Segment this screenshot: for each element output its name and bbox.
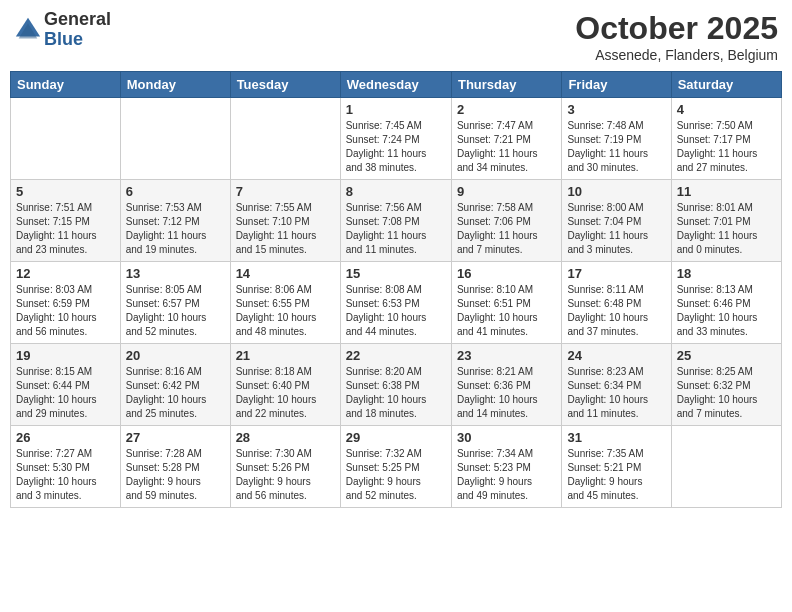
day-info: Sunrise: 7:32 AM Sunset: 5:25 PM Dayligh… <box>346 447 446 503</box>
day-info: Sunrise: 7:51 AM Sunset: 7:15 PM Dayligh… <box>16 201 115 257</box>
day-number: 13 <box>126 266 225 281</box>
day-number: 1 <box>346 102 446 117</box>
calendar-cell: 6Sunrise: 7:53 AM Sunset: 7:12 PM Daylig… <box>120 180 230 262</box>
day-info: Sunrise: 8:05 AM Sunset: 6:57 PM Dayligh… <box>126 283 225 339</box>
day-info: Sunrise: 7:56 AM Sunset: 7:08 PM Dayligh… <box>346 201 446 257</box>
day-number: 19 <box>16 348 115 363</box>
calendar-cell <box>120 98 230 180</box>
day-number: 21 <box>236 348 335 363</box>
calendar-cell <box>11 98 121 180</box>
day-number: 2 <box>457 102 556 117</box>
calendar-cell: 15Sunrise: 8:08 AM Sunset: 6:53 PM Dayli… <box>340 262 451 344</box>
calendar-cell: 5Sunrise: 7:51 AM Sunset: 7:15 PM Daylig… <box>11 180 121 262</box>
calendar-week-row: 1Sunrise: 7:45 AM Sunset: 7:24 PM Daylig… <box>11 98 782 180</box>
logo: General Blue <box>14 10 111 50</box>
day-info: Sunrise: 8:23 AM Sunset: 6:34 PM Dayligh… <box>567 365 665 421</box>
day-number: 23 <box>457 348 556 363</box>
day-number: 4 <box>677 102 776 117</box>
calendar-cell: 19Sunrise: 8:15 AM Sunset: 6:44 PM Dayli… <box>11 344 121 426</box>
calendar-cell: 4Sunrise: 7:50 AM Sunset: 7:17 PM Daylig… <box>671 98 781 180</box>
day-info: Sunrise: 8:03 AM Sunset: 6:59 PM Dayligh… <box>16 283 115 339</box>
title-section: October 2025 Assenede, Flanders, Belgium <box>575 10 778 63</box>
calendar-cell: 2Sunrise: 7:47 AM Sunset: 7:21 PM Daylig… <box>451 98 561 180</box>
day-number: 30 <box>457 430 556 445</box>
day-header-monday: Monday <box>120 72 230 98</box>
day-info: Sunrise: 8:10 AM Sunset: 6:51 PM Dayligh… <box>457 283 556 339</box>
day-header-wednesday: Wednesday <box>340 72 451 98</box>
day-info: Sunrise: 8:18 AM Sunset: 6:40 PM Dayligh… <box>236 365 335 421</box>
day-number: 18 <box>677 266 776 281</box>
page-header: General Blue October 2025 Assenede, Flan… <box>10 10 782 63</box>
day-info: Sunrise: 7:45 AM Sunset: 7:24 PM Dayligh… <box>346 119 446 175</box>
day-number: 5 <box>16 184 115 199</box>
day-info: Sunrise: 8:13 AM Sunset: 6:46 PM Dayligh… <box>677 283 776 339</box>
day-info: Sunrise: 8:00 AM Sunset: 7:04 PM Dayligh… <box>567 201 665 257</box>
logo-icon <box>14 16 42 44</box>
day-header-tuesday: Tuesday <box>230 72 340 98</box>
day-number: 26 <box>16 430 115 445</box>
day-number: 17 <box>567 266 665 281</box>
day-number: 20 <box>126 348 225 363</box>
logo-blue-text: Blue <box>44 30 111 50</box>
day-number: 27 <box>126 430 225 445</box>
day-info: Sunrise: 8:20 AM Sunset: 6:38 PM Dayligh… <box>346 365 446 421</box>
calendar-week-row: 12Sunrise: 8:03 AM Sunset: 6:59 PM Dayli… <box>11 262 782 344</box>
calendar-cell: 9Sunrise: 7:58 AM Sunset: 7:06 PM Daylig… <box>451 180 561 262</box>
day-number: 29 <box>346 430 446 445</box>
calendar-cell: 24Sunrise: 8:23 AM Sunset: 6:34 PM Dayli… <box>562 344 671 426</box>
calendar-cell: 7Sunrise: 7:55 AM Sunset: 7:10 PM Daylig… <box>230 180 340 262</box>
day-info: Sunrise: 7:27 AM Sunset: 5:30 PM Dayligh… <box>16 447 115 503</box>
day-info: Sunrise: 7:55 AM Sunset: 7:10 PM Dayligh… <box>236 201 335 257</box>
day-number: 6 <box>126 184 225 199</box>
calendar-cell: 23Sunrise: 8:21 AM Sunset: 6:36 PM Dayli… <box>451 344 561 426</box>
calendar-cell: 25Sunrise: 8:25 AM Sunset: 6:32 PM Dayli… <box>671 344 781 426</box>
day-number: 15 <box>346 266 446 281</box>
day-info: Sunrise: 7:35 AM Sunset: 5:21 PM Dayligh… <box>567 447 665 503</box>
calendar-cell: 12Sunrise: 8:03 AM Sunset: 6:59 PM Dayli… <box>11 262 121 344</box>
day-info: Sunrise: 8:15 AM Sunset: 6:44 PM Dayligh… <box>16 365 115 421</box>
calendar-cell: 11Sunrise: 8:01 AM Sunset: 7:01 PM Dayli… <box>671 180 781 262</box>
day-number: 28 <box>236 430 335 445</box>
calendar-week-row: 26Sunrise: 7:27 AM Sunset: 5:30 PM Dayli… <box>11 426 782 508</box>
day-info: Sunrise: 7:48 AM Sunset: 7:19 PM Dayligh… <box>567 119 665 175</box>
calendar-cell: 14Sunrise: 8:06 AM Sunset: 6:55 PM Dayli… <box>230 262 340 344</box>
calendar-cell: 10Sunrise: 8:00 AM Sunset: 7:04 PM Dayli… <box>562 180 671 262</box>
calendar-cell: 28Sunrise: 7:30 AM Sunset: 5:26 PM Dayli… <box>230 426 340 508</box>
calendar-cell: 30Sunrise: 7:34 AM Sunset: 5:23 PM Dayli… <box>451 426 561 508</box>
day-info: Sunrise: 7:53 AM Sunset: 7:12 PM Dayligh… <box>126 201 225 257</box>
calendar-cell: 18Sunrise: 8:13 AM Sunset: 6:46 PM Dayli… <box>671 262 781 344</box>
day-number: 31 <box>567 430 665 445</box>
month-title: October 2025 <box>575 10 778 47</box>
calendar-cell <box>230 98 340 180</box>
day-header-sunday: Sunday <box>11 72 121 98</box>
calendar-cell: 13Sunrise: 8:05 AM Sunset: 6:57 PM Dayli… <box>120 262 230 344</box>
day-number: 24 <box>567 348 665 363</box>
day-info: Sunrise: 8:06 AM Sunset: 6:55 PM Dayligh… <box>236 283 335 339</box>
calendar-week-row: 5Sunrise: 7:51 AM Sunset: 7:15 PM Daylig… <box>11 180 782 262</box>
day-number: 14 <box>236 266 335 281</box>
calendar-cell: 29Sunrise: 7:32 AM Sunset: 5:25 PM Dayli… <box>340 426 451 508</box>
calendar-cell: 1Sunrise: 7:45 AM Sunset: 7:24 PM Daylig… <box>340 98 451 180</box>
day-header-saturday: Saturday <box>671 72 781 98</box>
day-number: 3 <box>567 102 665 117</box>
day-info: Sunrise: 7:28 AM Sunset: 5:28 PM Dayligh… <box>126 447 225 503</box>
calendar-cell: 27Sunrise: 7:28 AM Sunset: 5:28 PM Dayli… <box>120 426 230 508</box>
day-number: 12 <box>16 266 115 281</box>
day-number: 9 <box>457 184 556 199</box>
day-info: Sunrise: 8:08 AM Sunset: 6:53 PM Dayligh… <box>346 283 446 339</box>
calendar-cell: 20Sunrise: 8:16 AM Sunset: 6:42 PM Dayli… <box>120 344 230 426</box>
calendar-week-row: 19Sunrise: 8:15 AM Sunset: 6:44 PM Dayli… <box>11 344 782 426</box>
day-number: 22 <box>346 348 446 363</box>
day-info: Sunrise: 7:30 AM Sunset: 5:26 PM Dayligh… <box>236 447 335 503</box>
calendar-cell: 3Sunrise: 7:48 AM Sunset: 7:19 PM Daylig… <box>562 98 671 180</box>
calendar-cell: 16Sunrise: 8:10 AM Sunset: 6:51 PM Dayli… <box>451 262 561 344</box>
day-header-thursday: Thursday <box>451 72 561 98</box>
day-info: Sunrise: 7:47 AM Sunset: 7:21 PM Dayligh… <box>457 119 556 175</box>
day-info: Sunrise: 8:11 AM Sunset: 6:48 PM Dayligh… <box>567 283 665 339</box>
day-info: Sunrise: 8:16 AM Sunset: 6:42 PM Dayligh… <box>126 365 225 421</box>
day-number: 25 <box>677 348 776 363</box>
calendar-cell: 31Sunrise: 7:35 AM Sunset: 5:21 PM Dayli… <box>562 426 671 508</box>
calendar-cell: 8Sunrise: 7:56 AM Sunset: 7:08 PM Daylig… <box>340 180 451 262</box>
day-number: 11 <box>677 184 776 199</box>
day-info: Sunrise: 8:21 AM Sunset: 6:36 PM Dayligh… <box>457 365 556 421</box>
